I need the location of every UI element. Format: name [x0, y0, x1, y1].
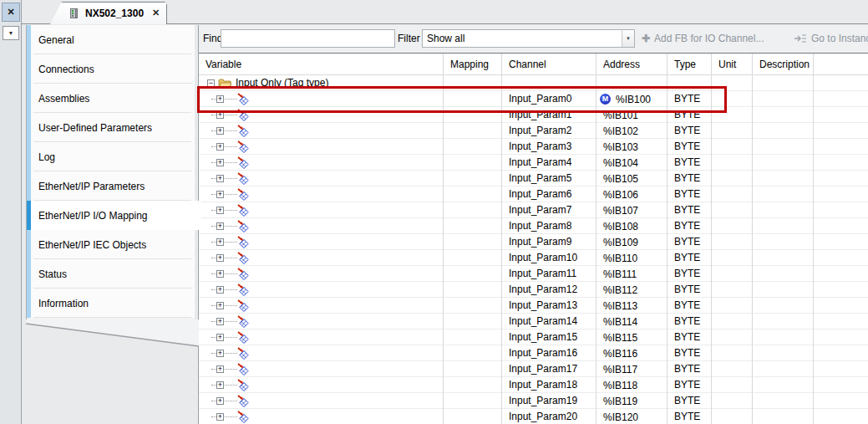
mapping-cell[interactable]	[444, 282, 502, 298]
expand-icon[interactable]: +	[216, 238, 224, 246]
add-fb-for-io-channel-button[interactable]: ✚ Add FB for IO Channel...	[642, 30, 764, 47]
chevron-down-icon[interactable]: ▼	[3, 26, 19, 40]
group-row-input-only[interactable]: − Input Only (Tag type)	[199, 75, 868, 91]
description-cell[interactable]	[753, 314, 814, 329]
description-cell[interactable]	[753, 91, 814, 107]
address-cell[interactable]: %IB113	[596, 298, 667, 314]
address-cell[interactable]: %IB114	[596, 314, 667, 329]
description-cell[interactable]	[753, 218, 814, 234]
table-row[interactable]: + Input_Param18 %IB118 BYTE	[199, 377, 868, 393]
address-cell[interactable]: %IB120	[596, 409, 667, 424]
channel-cell[interactable]: Input_Param0	[502, 91, 596, 107]
tab-nx502-1300[interactable]: NX502_1300 ✕	[50, 2, 167, 24]
expand-icon[interactable]: +	[216, 143, 224, 151]
sidebar-item-information[interactable]: Information	[27, 289, 195, 318]
description-cell[interactable]	[753, 202, 814, 218]
description-cell[interactable]	[753, 282, 814, 298]
mapping-cell[interactable]	[444, 171, 502, 186]
column-header-type[interactable]: Type	[667, 54, 712, 75]
mapping-cell[interactable]	[444, 186, 502, 202]
channel-cell[interactable]: Input_Param16	[502, 345, 596, 361]
expand-icon[interactable]: +	[216, 334, 224, 341]
table-row[interactable]: + Input_Param4 %IB104 BYTE	[199, 155, 868, 171]
column-header-description[interactable]: Description	[753, 54, 814, 75]
column-header-mapping[interactable]: Mapping	[444, 54, 502, 75]
channel-cell[interactable]: Input_Param1	[502, 107, 596, 123]
expand-icon[interactable]: +	[216, 397, 224, 405]
expand-icon[interactable]: +	[216, 207, 224, 214]
expand-icon[interactable]: +	[216, 381, 224, 389]
collapse-icon[interactable]: −	[207, 79, 215, 87]
filter-dropdown[interactable]: Show all ▼	[422, 29, 635, 48]
mapping-cell[interactable]	[444, 345, 502, 361]
table-row[interactable]: + Input_Param19 %IB119 BYTE	[199, 393, 868, 409]
mapping-cell[interactable]	[444, 377, 502, 393]
channel-cell[interactable]: Input_Param15	[502, 329, 596, 345]
address-cell[interactable]: %IB109	[596, 234, 667, 250]
address-cell[interactable]: %IB103	[596, 139, 667, 155]
channel-cell[interactable]: Input_Param20	[502, 409, 596, 424]
go-to-instance-button[interactable]: Go to Instance	[794, 30, 868, 47]
expand-icon[interactable]: +	[216, 350, 224, 357]
channel-cell[interactable]: Input_Param5	[502, 171, 596, 186]
table-row[interactable]: + Input_Param3 %IB103 BYTE	[199, 139, 868, 155]
chevron-down-icon[interactable]: ▼	[622, 30, 634, 47]
sidebar-item-user-defined-parameters[interactable]: User-Defined Parameters	[27, 113, 195, 142]
find-input[interactable]	[221, 29, 395, 48]
address-cell[interactable]: %IB115	[596, 329, 667, 345]
mapping-cell[interactable]	[444, 314, 502, 329]
channel-cell[interactable]: Input_Param9	[502, 234, 596, 250]
address-cell[interactable]: %IB104	[596, 155, 667, 171]
table-row[interactable]: + Input_Param5 %IB105 BYTE	[199, 171, 868, 186]
address-cell[interactable]: %IB112	[596, 282, 667, 298]
expand-icon[interactable]: +	[216, 286, 224, 294]
table-row[interactable]: + Input_Param10 %IB110 BYTE	[199, 250, 868, 266]
description-cell[interactable]	[753, 234, 814, 250]
channel-cell[interactable]: Input_Param3	[502, 139, 596, 155]
description-cell[interactable]	[753, 409, 814, 424]
table-row[interactable]: + Input_Param6 %IB106 BYTE	[199, 186, 868, 202]
mapping-cell[interactable]	[444, 202, 502, 218]
description-cell[interactable]	[753, 393, 814, 409]
address-cell[interactable]: %IB117	[596, 361, 667, 377]
channel-cell[interactable]: Input_Param11	[502, 266, 596, 282]
description-cell[interactable]	[753, 171, 814, 186]
column-header-unit[interactable]: Unit	[712, 54, 753, 75]
description-cell[interactable]	[753, 329, 814, 345]
expand-icon[interactable]: +	[216, 270, 224, 278]
mapping-cell[interactable]	[444, 218, 502, 234]
table-row[interactable]: + Input_Param8 %IB108 BYTE	[199, 218, 868, 234]
channel-cell[interactable]: Input_Param8	[502, 218, 596, 234]
table-row[interactable]: + Input_Param14 %IB114 BYTE	[199, 314, 868, 329]
description-cell[interactable]	[753, 377, 814, 393]
mapping-cell[interactable]	[444, 329, 502, 345]
description-cell[interactable]	[753, 139, 814, 155]
channel-cell[interactable]: Input_Param14	[502, 314, 596, 329]
mapping-cell[interactable]	[444, 298, 502, 314]
channel-cell[interactable]: Input_Param2	[502, 123, 596, 139]
sidebar-item-log[interactable]: Log	[27, 142, 195, 171]
expand-icon[interactable]: +	[216, 302, 224, 309]
mapping-cell[interactable]	[444, 107, 502, 123]
expand-icon[interactable]: +	[216, 95, 224, 103]
channel-cell[interactable]: Input_Param7	[502, 202, 596, 218]
sidebar-item-ethernet-ip-iec-objects[interactable]: EtherNet/IP IEC Objects	[27, 230, 195, 259]
description-cell[interactable]	[753, 250, 814, 266]
sidebar-item-ethernet-ip-i-o-mapping[interactable]: EtherNet/IP I/O Mapping	[27, 201, 201, 230]
address-cell[interactable]: M %IB100	[596, 91, 667, 107]
mapping-cell[interactable]	[444, 91, 502, 107]
address-cell[interactable]: %IB101	[596, 107, 667, 123]
table-row[interactable]: + Input_Param9 %IB109 BYTE	[199, 234, 868, 250]
column-header-variable[interactable]: Variable	[199, 54, 444, 75]
expand-icon[interactable]: +	[216, 318, 224, 325]
table-row[interactable]: + Input_Param12 %IB112 BYTE	[199, 282, 868, 298]
expand-icon[interactable]: +	[216, 175, 224, 182]
address-cell[interactable]: %IB110	[596, 250, 667, 266]
address-cell[interactable]: %IB105	[596, 171, 667, 186]
channel-cell[interactable]: Input_Param6	[502, 186, 596, 202]
mapping-cell[interactable]	[444, 250, 502, 266]
mapping-cell[interactable]	[444, 409, 502, 424]
table-row[interactable]: + Input_Param7 %IB107 BYTE	[199, 202, 868, 218]
table-row[interactable]: + Input_Param2 %IB102 BYTE	[199, 123, 868, 139]
close-icon[interactable]: ✕	[2, 3, 20, 22]
